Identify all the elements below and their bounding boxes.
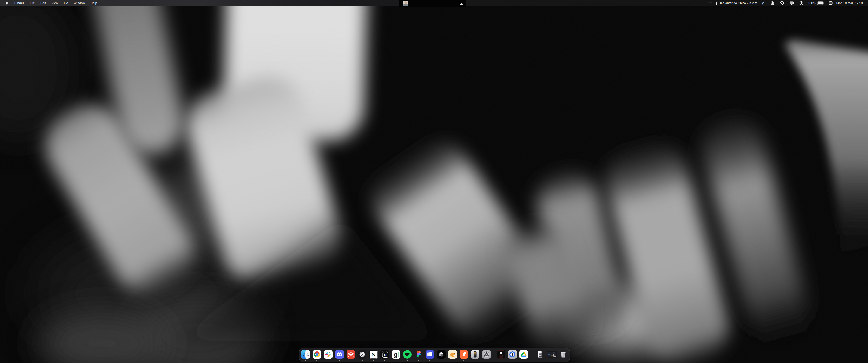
svg-text:g: g — [394, 351, 398, 358]
svg-text:N: N — [371, 352, 375, 358]
svg-text:11: 11 — [554, 355, 555, 356]
svg-text:10: 10 — [383, 353, 388, 357]
svg-text:raycast: raycast — [500, 355, 503, 356]
